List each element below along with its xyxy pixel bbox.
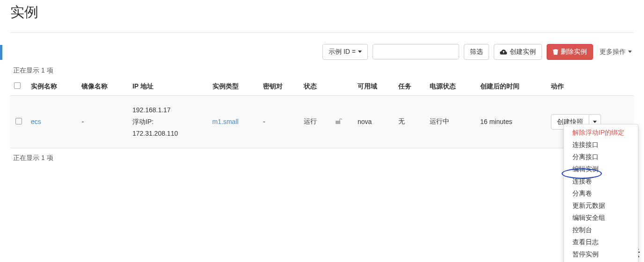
floating-ip: 172.31.208.110	[132, 128, 205, 139]
instance-name-link[interactable]: ecs	[31, 118, 41, 125]
col-type: 实例类型	[209, 78, 259, 96]
delete-instance-button[interactable]: 删除实例	[547, 44, 593, 60]
col-name: 实例名称	[27, 78, 78, 96]
col-keypair: 密钥对	[259, 78, 300, 96]
menu-detach-floating-ip[interactable]: 解除浮动IP的绑定	[564, 127, 638, 139]
table-row: ecs - 192.168.1.17 浮动IP: 172.31.208.110 …	[10, 95, 634, 148]
sidebar-active-indicator	[0, 45, 2, 60]
delete-instance-label: 删除实例	[561, 47, 587, 57]
menu-view-log[interactable]: 查看日志	[564, 236, 638, 248]
toolbar: 示例 ID = 筛选 创建实例 删除实例 更多操作	[10, 44, 634, 60]
create-instance-label: 创建实例	[510, 47, 536, 57]
row-action-dropdown: 解除浮动IP的绑定 连接接口 分离接口 编辑实例 连接卷 分离卷 更新元数据 编…	[564, 124, 638, 262]
cell-ip: 192.168.1.17 浮动IP: 172.31.208.110	[129, 95, 209, 148]
summary-bottom: 正在显示 1 项	[13, 154, 634, 162]
col-ip: IP 地址	[129, 78, 209, 96]
chevron-down-icon	[628, 51, 632, 53]
more-actions-label: 更多操作	[600, 47, 626, 57]
filter-input[interactable]	[373, 44, 459, 59]
fixed-ip: 192.168.1.17	[132, 104, 205, 116]
menu-pause-instance[interactable]: 暂停实例	[564, 248, 638, 261]
menu-update-metadata[interactable]: 更新元数据	[564, 200, 638, 212]
filter-button[interactable]: 筛选	[464, 44, 489, 60]
cell-power: 运行中	[426, 95, 476, 148]
menu-detach-interface[interactable]: 分离接口	[564, 151, 638, 163]
summary-top: 正在显示 1 项	[13, 66, 634, 75]
cell-task: 无	[395, 95, 425, 148]
cell-az: nova	[354, 95, 395, 148]
menu-attach-volume[interactable]: 连接卷	[564, 175, 638, 188]
menu-detach-volume[interactable]: 分离卷	[564, 188, 638, 200]
menu-attach-interface[interactable]: 连接接口	[564, 139, 638, 151]
cell-age: 16 minutes	[476, 95, 547, 148]
menu-edit-security-groups[interactable]: 编辑安全组	[564, 212, 638, 224]
select-all-checkbox[interactable]	[14, 82, 21, 89]
col-power: 电源状态	[426, 78, 476, 96]
col-age: 创建后的时间	[476, 78, 547, 96]
floating-ip-label: 浮动IP:	[132, 116, 205, 128]
flavor-link[interactable]: m1.small	[212, 118, 239, 125]
cloud-upload-icon	[500, 49, 507, 55]
col-status: 状态	[300, 78, 353, 96]
cell-image: -	[78, 95, 128, 148]
unlock-icon	[335, 118, 343, 126]
col-image: 镜像名称	[78, 78, 128, 96]
col-az: 可用域	[354, 78, 395, 96]
create-instance-button[interactable]: 创建实例	[494, 44, 542, 60]
menu-console[interactable]: 控制台	[564, 224, 638, 236]
col-actions: 动作	[547, 78, 634, 96]
table-header-row: 实例名称 镜像名称 IP 地址 实例类型 密钥对 状态 可用域 任务 电源状态 …	[10, 78, 634, 96]
chevron-down-icon	[358, 51, 362, 53]
row-checkbox[interactable]	[15, 118, 22, 124]
cell-status: 运行	[300, 95, 331, 148]
instances-table: 实例名称 镜像名称 IP 地址 实例类型 密钥对 状态 可用域 任务 电源状态 …	[10, 78, 634, 149]
col-task: 任务	[395, 78, 425, 96]
chevron-down-icon	[593, 121, 597, 123]
trash-icon	[553, 49, 558, 55]
divider	[10, 32, 634, 33]
more-actions-button[interactable]: 更多操作	[598, 44, 634, 59]
filter-field-label: 示例 ID =	[329, 47, 356, 57]
cell-keypair: -	[259, 95, 300, 148]
filter-field-select[interactable]: 示例 ID =	[322, 44, 368, 60]
page-title: 实例	[10, 3, 634, 22]
menu-edit-instance[interactable]: 编辑实例	[564, 163, 638, 175]
